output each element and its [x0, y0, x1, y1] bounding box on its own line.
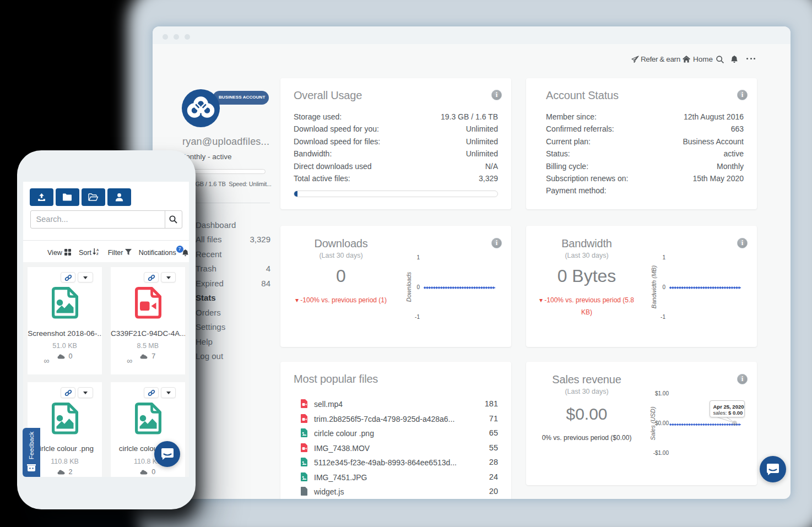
- svg-text:Z: Z: [96, 252, 99, 256]
- svg-text:A: A: [96, 248, 99, 252]
